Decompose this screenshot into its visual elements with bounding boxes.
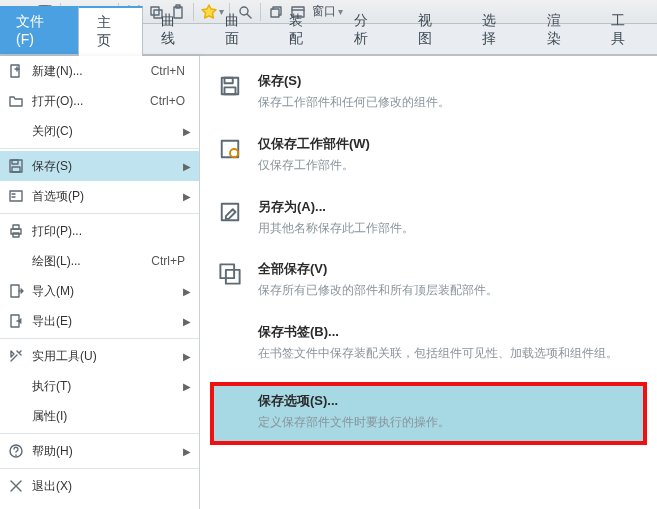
chevron-right-icon: ▶ bbox=[183, 286, 193, 297]
submenu-save-all[interactable]: 全部保存(V) 保存所有已修改的部件和所有顶层装配部件。 bbox=[200, 250, 657, 313]
menu-import[interactable]: 导入(M) ▶ bbox=[0, 276, 199, 306]
tab-curve[interactable]: 曲线 bbox=[143, 6, 207, 54]
tab-assembly[interactable]: 装配 bbox=[271, 6, 335, 54]
svg-rect-16 bbox=[10, 191, 22, 201]
save-icon bbox=[216, 72, 244, 100]
menu-plot[interactable]: 绘图(L)... Ctrl+P bbox=[0, 246, 199, 276]
open-file-icon bbox=[6, 93, 26, 109]
submenu-title: 保存选项(S)... bbox=[258, 392, 623, 410]
svg-rect-15 bbox=[12, 167, 20, 172]
menu-label: 绘图(L)... bbox=[26, 253, 151, 270]
new-file-icon bbox=[6, 63, 26, 79]
menu-label: 执行(T) bbox=[26, 378, 183, 395]
file-menu-dropdown: 新建(N)... Ctrl+N 打开(O)... Ctrl+O 关闭(C) ▶ … bbox=[0, 56, 657, 509]
exit-icon bbox=[6, 478, 26, 494]
chevron-right-icon: ▶ bbox=[183, 191, 193, 202]
menu-help[interactable]: 帮助(H) ▶ bbox=[0, 436, 199, 466]
chevron-right-icon: ▶ bbox=[183, 126, 193, 137]
submenu-desc: 用其他名称保存此工作部件。 bbox=[258, 220, 633, 237]
submenu-save-as[interactable]: 另存为(A)... 用其他名称保存此工作部件。 bbox=[200, 188, 657, 251]
menu-label: 保存(S) bbox=[26, 158, 183, 175]
tab-tool[interactable]: 工具 bbox=[593, 6, 657, 54]
save-all-icon bbox=[216, 260, 244, 288]
submenu-desc: 保存所有已修改的部件和所有顶层装配部件。 bbox=[258, 282, 633, 299]
ribbon-tabs: 文件(F) 主页 曲线 曲面 装配 分析 视图 选择 渲染 工具 bbox=[0, 24, 657, 56]
submenu-save[interactable]: 保存(S) 保存工作部件和任何已修改的组件。 bbox=[200, 62, 657, 125]
file-menu: 新建(N)... Ctrl+N 打开(O)... Ctrl+O 关闭(C) ▶ … bbox=[0, 56, 200, 509]
menu-shortcut: Ctrl+O bbox=[150, 94, 193, 108]
bookmark-icon bbox=[216, 323, 244, 351]
menu-label: 打印(P)... bbox=[26, 223, 193, 240]
svg-rect-14 bbox=[12, 160, 18, 164]
svg-rect-29 bbox=[220, 265, 234, 279]
submenu-desc: 保存工作部件和任何已修改的组件。 bbox=[258, 94, 633, 111]
menu-separator bbox=[0, 468, 199, 469]
menu-separator bbox=[0, 338, 199, 339]
svg-rect-20 bbox=[11, 285, 19, 297]
svg-rect-12 bbox=[11, 65, 19, 77]
menu-utilities[interactable]: 实用工具(U) ▶ bbox=[0, 341, 199, 371]
save-as-icon bbox=[216, 198, 244, 226]
tab-select[interactable]: 选择 bbox=[464, 6, 528, 54]
submenu-title: 全部保存(V) bbox=[258, 260, 633, 278]
chevron-right-icon: ▶ bbox=[183, 161, 193, 172]
menu-label: 打开(O)... bbox=[26, 93, 150, 110]
menu-exit[interactable]: 退出(X) bbox=[0, 471, 199, 501]
submenu-save-work-only[interactable]: 仅保存工作部件(W) 仅保存工作部件。 bbox=[200, 125, 657, 188]
menu-save[interactable]: 保存(S) ▶ bbox=[0, 151, 199, 181]
tab-view[interactable]: 视图 bbox=[400, 6, 464, 54]
menu-print[interactable]: 打印(P)... bbox=[0, 216, 199, 246]
svg-rect-18 bbox=[13, 225, 19, 229]
chevron-right-icon: ▶ bbox=[183, 381, 193, 392]
menu-label: 导入(M) bbox=[26, 283, 183, 300]
menu-export[interactable]: 导出(E) ▶ bbox=[0, 306, 199, 336]
menu-shortcut: Ctrl+N bbox=[151, 64, 193, 78]
submenu-title: 保存书签(B)... bbox=[258, 323, 633, 341]
menu-label: 属性(I) bbox=[26, 408, 193, 425]
submenu-save-options[interactable]: 保存选项(S)... 定义保存部件文件时要执行的操作。 bbox=[210, 382, 647, 445]
tab-home[interactable]: 主页 bbox=[78, 6, 143, 56]
menu-close[interactable]: 关闭(C) ▶ bbox=[0, 116, 199, 146]
submenu-desc: 仅保存工作部件。 bbox=[258, 157, 633, 174]
save-icon bbox=[6, 158, 26, 174]
menu-new[interactable]: 新建(N)... Ctrl+N bbox=[0, 56, 199, 86]
tab-render[interactable]: 渲染 bbox=[529, 6, 593, 54]
menu-separator bbox=[0, 433, 199, 434]
svg-point-27 bbox=[230, 149, 238, 157]
help-icon bbox=[6, 443, 26, 459]
tools-icon bbox=[6, 348, 26, 364]
tab-surface[interactable]: 曲面 bbox=[207, 6, 271, 54]
svg-rect-19 bbox=[13, 233, 19, 237]
chevron-right-icon: ▶ bbox=[183, 446, 193, 457]
submenu-title: 仅保存工作部件(W) bbox=[258, 135, 633, 153]
menu-label: 关闭(C) bbox=[26, 123, 183, 140]
svg-rect-24 bbox=[225, 78, 233, 84]
submenu-save-bookmark[interactable]: 保存书签(B)... 在书签文件中保存装配关联，包括组件可见性、加载选项和组件组… bbox=[200, 313, 657, 376]
menu-separator bbox=[0, 213, 199, 214]
menu-execute[interactable]: 执行(T) ▶ bbox=[0, 371, 199, 401]
tab-analyze[interactable]: 分析 bbox=[336, 6, 400, 54]
submenu-title: 保存(S) bbox=[258, 72, 633, 90]
menu-open[interactable]: 打开(O)... Ctrl+O bbox=[0, 86, 199, 116]
menu-properties[interactable]: 属性(I) bbox=[0, 401, 199, 431]
chevron-right-icon: ▶ bbox=[183, 316, 193, 327]
menu-label: 导出(E) bbox=[26, 313, 183, 330]
menu-separator bbox=[0, 148, 199, 149]
import-icon bbox=[6, 283, 26, 299]
menu-label: 帮助(H) bbox=[26, 443, 183, 460]
export-icon bbox=[6, 313, 26, 329]
tab-file[interactable]: 文件(F) bbox=[0, 6, 78, 54]
submenu-title: 另存为(A)... bbox=[258, 198, 633, 216]
save-submenu: 保存(S) 保存工作部件和任何已修改的组件。 仅保存工作部件(W) 仅保存工作部… bbox=[200, 56, 657, 509]
save-work-icon bbox=[216, 135, 244, 163]
submenu-desc: 在书签文件中保存装配关联，包括组件可见性、加载选项和组件组。 bbox=[258, 345, 633, 362]
submenu-desc: 定义保存部件文件时要执行的操作。 bbox=[258, 414, 623, 431]
menu-label: 新建(N)... bbox=[26, 63, 151, 80]
menu-label: 实用工具(U) bbox=[26, 348, 183, 365]
chevron-right-icon: ▶ bbox=[183, 351, 193, 362]
menu-shortcut: Ctrl+P bbox=[151, 254, 193, 268]
menu-preferences[interactable]: 首选项(P) ▶ bbox=[0, 181, 199, 211]
print-icon bbox=[6, 223, 26, 239]
menu-label: 退出(X) bbox=[26, 478, 193, 495]
preferences-icon bbox=[6, 188, 26, 204]
